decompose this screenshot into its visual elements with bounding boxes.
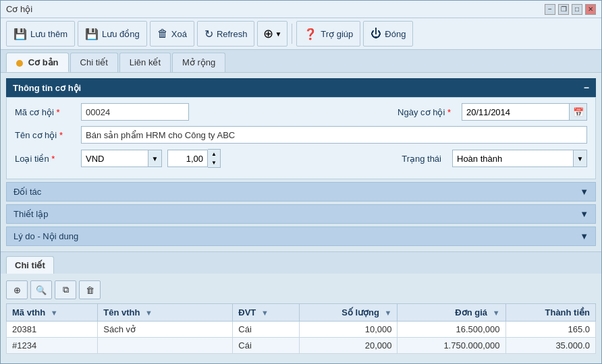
ma-co-hoi-input[interactable]	[81, 103, 189, 121]
search-icon: 🔍	[36, 285, 47, 295]
col-so-luong-filter-icon[interactable]: ▼	[385, 309, 392, 317]
delete-row-button[interactable]: 🗑	[79, 280, 101, 299]
trang-thai-select-wrapper: Hoàn thành ▼	[452, 150, 587, 167]
spinner-up-button[interactable]: ▲	[208, 150, 220, 158]
ngay-co-hoi-label: Ngày cơ hội *	[382, 107, 456, 117]
cell-so-luong-1: 10,000	[299, 322, 398, 338]
col-thanh-tien: Thành tiền	[505, 304, 595, 322]
col-ten-vthh-filter-icon[interactable]: ▼	[145, 309, 153, 317]
ly-do-label: Lý do - Nội dung	[13, 231, 78, 241]
add-row-button[interactable]: ⊕	[6, 280, 28, 299]
cell-ten-vthh-1: Sách vở	[98, 322, 233, 338]
tab-chi-tiet[interactable]: Chi tiết	[70, 53, 118, 72]
save-button[interactable]: 💾 Lưu đồng	[78, 21, 147, 47]
save-new-button[interactable]: 💾 Lưu thêm	[6, 21, 75, 47]
cell-thanh-tien-1: 165.0	[505, 322, 595, 338]
more-dropdown-icon: ▼	[275, 30, 281, 38]
ten-co-hoi-label: Tên cơ hội *	[15, 130, 76, 140]
thong-tin-section-wrapper: Thông tin cơ hội − Mã cơ hội * Ngày cơ h…	[6, 73, 596, 249]
ly-do-section: Lý do - Nội dung ▼	[6, 226, 596, 246]
col-don-gia-filter-icon[interactable]: ▼	[493, 309, 500, 317]
ly-do-chevron-icon: ▼	[580, 231, 589, 241]
trang-thai-dropdown-icon[interactable]: ▼	[574, 150, 587, 167]
refresh-icon: ↻	[204, 28, 213, 40]
doi-tac-label: Đối tác	[13, 187, 41, 197]
tab-co-ban[interactable]: Cơ bản	[6, 53, 69, 72]
loai-tien-label: Loại tiền *	[15, 154, 76, 164]
restore-button[interactable]: ❐	[558, 4, 569, 15]
cell-ma-vthh-1: 20381	[7, 322, 98, 338]
maximize-button[interactable]: □	[572, 4, 582, 15]
loai-tien-select-wrapper: VND ▼	[81, 150, 162, 167]
ngay-co-hoi-input[interactable]	[462, 103, 570, 121]
doi-tac-chevron-icon: ▼	[580, 187, 589, 197]
ma-co-hoi-label: Mã cơ hội *	[15, 107, 76, 117]
col-dvt-filter-icon[interactable]: ▼	[261, 309, 269, 317]
toolbar-divider	[292, 24, 292, 44]
add-icon: ⊕	[13, 285, 21, 295]
col-so-luong: Số lượng ▼	[299, 304, 398, 322]
form-row-1: Mã cơ hội * Ngày cơ hội * 📅	[15, 103, 587, 121]
help-icon: ❓	[304, 28, 317, 40]
ty-gia-input[interactable]	[167, 150, 208, 167]
table-header-row: Mã vthh ▼ Tên vthh ▼ ĐVT ▼ Số lượng	[7, 304, 596, 322]
help-button[interactable]: ❓ Trợ giúp	[296, 21, 360, 47]
thong-tin-header: Thông tin cơ hội −	[6, 78, 596, 97]
col-don-gia: Đơn giá ▼	[398, 304, 505, 322]
col-ten-vthh: Tên vthh ▼	[98, 304, 233, 322]
minimize-button[interactable]: −	[545, 4, 555, 15]
power-icon: ⏻	[371, 28, 381, 40]
collapse-button[interactable]: −	[584, 82, 589, 93]
cell-thanh-tien-2: 35.000.0	[505, 338, 595, 354]
ty-gia-wrapper: ▲ ▼	[167, 149, 221, 168]
col-ma-vthh-filter-icon[interactable]: ▼	[51, 309, 58, 317]
ten-co-hoi-required: *	[59, 130, 63, 140]
search-row-button[interactable]: 🔍	[30, 280, 52, 299]
ly-do-header[interactable]: Lý do - Nội dung ▼	[6, 226, 596, 246]
copy-row-button[interactable]: ⧉	[55, 280, 76, 299]
more-icon: ⊕	[263, 26, 273, 41]
detail-area: ⊕ 🔍 ⧉ 🗑 Mã vthh ▼	[1, 274, 601, 357]
cell-so-luong-2: 20,000	[299, 338, 398, 354]
trang-thai-label: Trạng thái	[386, 154, 447, 164]
tab-mo-rong[interactable]: Mở rộng	[172, 53, 225, 72]
spinner-buttons: ▲ ▼	[208, 149, 221, 168]
delete-button[interactable]: 🗑 Xoá	[150, 21, 194, 47]
close-window-button[interactable]: ✕	[585, 4, 596, 15]
table-row: 20381 Sách vở Cái 10,000 16.500,000 165.…	[7, 322, 596, 338]
refresh-button[interactable]: ↻ Refresh	[197, 21, 255, 47]
col-ma-vthh: Mã vthh ▼	[7, 304, 98, 322]
window-controls: − ❐ □ ✕	[545, 4, 596, 15]
main-content: Thông tin cơ hội − Mã cơ hội * Ngày cơ h…	[1, 73, 601, 363]
doi-tac-header[interactable]: Đối tác ▼	[6, 182, 596, 202]
tab-lien-ket[interactable]: Liên kết	[119, 53, 171, 72]
form-row-3: Loại tiền * VND ▼ ▲ ▼	[15, 149, 587, 168]
calendar-icon: 📅	[573, 107, 584, 117]
loai-tien-select[interactable]: VND	[81, 150, 148, 167]
close-button[interactable]: ⏻ Đóng	[363, 21, 413, 47]
copy-icon: ⧉	[63, 284, 69, 295]
ngay-co-hoi-wrapper: 📅	[462, 103, 587, 121]
spinner-down-button[interactable]: ▼	[208, 158, 220, 167]
title-bar: Cơ hội − ❐ □ ✕	[1, 1, 601, 18]
cell-ma-vthh-2: #1234	[7, 338, 98, 354]
detail-table: Mã vthh ▼ Tên vthh ▼ ĐVT ▼ Số lượng	[6, 303, 596, 354]
trang-thai-select[interactable]: Hoàn thành	[452, 150, 574, 167]
cell-ten-vthh-2	[98, 338, 233, 354]
main-tabs: Cơ bản Chi tiết Liên kết Mở rộng	[1, 50, 601, 73]
form-body: Mã cơ hội * Ngày cơ hội * 📅	[6, 97, 596, 179]
loai-tien-dropdown-icon[interactable]: ▼	[148, 150, 162, 167]
more-button[interactable]: ⊕ ▼	[257, 21, 288, 47]
ten-co-hoi-input[interactable]	[81, 126, 587, 144]
save-icon: 💾	[85, 28, 99, 40]
thiet-lap-section: Thiết lập ▼	[6, 204, 596, 224]
thiet-lap-chevron-icon: ▼	[580, 209, 589, 219]
sub-tab-chi-tiet[interactable]: Chi tiết	[6, 256, 54, 274]
cell-dvt-2: Cái	[233, 338, 299, 354]
ngay-co-hoi-required: *	[447, 107, 451, 117]
table-row: #1234 Cái 20,000 1.750.000,000 35.000.0	[7, 338, 596, 354]
delete-row-icon: 🗑	[86, 285, 94, 295]
calendar-button[interactable]: 📅	[570, 103, 587, 121]
thiet-lap-header[interactable]: Thiết lập ▼	[6, 204, 596, 224]
cell-don-gia-2: 1.750.000,000	[398, 338, 505, 354]
